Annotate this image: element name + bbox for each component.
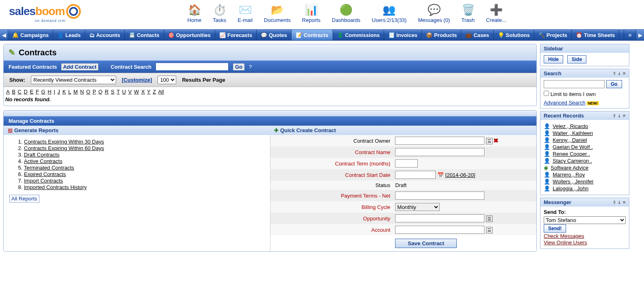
az-z[interactable]: Z: [153, 89, 156, 95]
az-n[interactable]: N: [80, 89, 84, 95]
close-icon[interactable]: ✕: [622, 71, 626, 76]
tab-cases[interactable]: 💼Cases: [461, 30, 493, 40]
owner-lookup-icon[interactable]: ☰: [486, 138, 493, 144]
topnav-tasks[interactable]: ⏱️Tasks: [213, 3, 226, 23]
report-link[interactable]: Contracts Expiring Within 30 Days: [24, 139, 104, 145]
side-button[interactable]: Side: [567, 55, 586, 63]
tab-products[interactable]: 📦Products: [422, 30, 461, 40]
save-contract-button[interactable]: Save Contract: [395, 239, 457, 248]
az-a[interactable]: A: [6, 89, 10, 95]
tab-invoices[interactable]: 🧾Invoices: [384, 30, 422, 40]
tabs-scroll-right[interactable]: ▶: [636, 30, 644, 40]
az-m[interactable]: M: [73, 89, 78, 95]
topnav-trash[interactable]: 🗑️Trash: [461, 3, 475, 23]
acct-lookup-icon[interactable]: ☰: [486, 227, 493, 233]
hide-button[interactable]: Hide: [544, 55, 563, 63]
tab-commissions[interactable]: 💲Commissions: [333, 30, 384, 40]
min-icon[interactable]: ⤓: [618, 113, 621, 118]
az-k[interactable]: K: [63, 89, 66, 95]
recent-record-link[interactable]: Laloggia , John: [553, 185, 588, 192]
owner-input[interactable]: [395, 137, 484, 145]
tab-leads[interactable]: 👤Leads: [53, 30, 85, 40]
tabs-scroll-left[interactable]: ◀: [0, 30, 8, 40]
recent-record-link[interactable]: Wolters , Jennifer: [553, 178, 594, 185]
billing-select[interactable]: Monthly: [395, 203, 440, 211]
tab-contacts[interactable]: 📇Contacts: [125, 30, 164, 40]
tab-solutions[interactable]: 💡Solutions: [494, 30, 534, 40]
tab-contracts[interactable]: 📝Contracts: [292, 30, 333, 40]
start-input[interactable]: [395, 171, 436, 179]
sendto-select[interactable]: Tom Stefano: [544, 216, 626, 224]
report-link[interactable]: Terminated Contracts: [24, 165, 74, 171]
az-q[interactable]: Q: [98, 89, 102, 95]
min-icon[interactable]: ⤓: [618, 71, 621, 76]
recent-record-link[interactable]: Software Advice: [551, 165, 588, 171]
contract-search-go-button[interactable]: Go: [233, 63, 245, 71]
az-all[interactable]: All: [158, 89, 164, 95]
az-l[interactable]: L: [68, 89, 71, 95]
pin-icon[interactable]: ⇧: [613, 71, 616, 76]
recent-record-link[interactable]: Renee Cooper .: [553, 151, 590, 157]
tab-time-sheets[interactable]: ⏰Time Sheets: [572, 30, 619, 40]
term-input[interactable]: [395, 159, 418, 168]
topnav-reports[interactable]: 📊Reports: [302, 3, 321, 23]
az-b[interactable]: B: [12, 89, 15, 95]
sidebar-search-input[interactable]: [544, 80, 605, 88]
close-icon[interactable]: ✕: [622, 113, 626, 118]
report-link[interactable]: Imported Contracts History: [24, 184, 87, 190]
recent-record-link[interactable]: Gaelan De Wolf .: [553, 144, 593, 150]
topnav-documents[interactable]: 📂Documents: [264, 3, 291, 23]
recent-record-link[interactable]: Stacy Cameron .: [553, 158, 592, 164]
az-d[interactable]: D: [24, 89, 28, 95]
az-x[interactable]: X: [141, 89, 145, 95]
az-o[interactable]: O: [86, 89, 90, 95]
topnav-messages-[interactable]: 💬Messages (0): [418, 3, 450, 23]
az-e[interactable]: E: [30, 89, 34, 95]
advanced-search-link[interactable]: Advanced Search: [544, 100, 586, 106]
help-icon[interactable]: ?: [249, 64, 252, 70]
pin-icon[interactable]: ⇧: [613, 113, 616, 118]
sidebar-go-button[interactable]: Go: [606, 80, 622, 88]
az-j[interactable]: J: [58, 89, 61, 95]
report-link[interactable]: Expired Contracts: [24, 171, 66, 177]
recent-record-link[interactable]: Marrero , Roy: [553, 172, 585, 178]
tab-projects[interactable]: 🔨Projects: [534, 30, 572, 40]
tab-forecasts[interactable]: 📈Forecasts: [215, 30, 257, 40]
min-icon[interactable]: ⤓: [618, 200, 621, 205]
name-input[interactable]: [395, 148, 484, 156]
customize-link[interactable]: [Customize]: [122, 77, 152, 83]
az-y[interactable]: Y: [147, 89, 151, 95]
az-r[interactable]: R: [105, 89, 108, 95]
topnav-create-[interactable]: ➕Create...: [486, 3, 506, 23]
close-icon[interactable]: ✕: [622, 200, 626, 205]
az-s[interactable]: S: [111, 89, 115, 95]
report-link[interactable]: Import Contracts: [24, 178, 63, 184]
tab-opportunities[interactable]: 🎯Opportunities: [164, 30, 215, 40]
acct-input[interactable]: [395, 226, 484, 234]
pay-input[interactable]: [395, 192, 484, 200]
add-contract-button[interactable]: Add Contract: [61, 63, 98, 71]
online-users-link[interactable]: View Online Users: [544, 239, 626, 246]
report-link[interactable]: Contracts Expiring Within 60 Days: [24, 145, 104, 151]
opp-input[interactable]: [395, 214, 484, 222]
az-h[interactable]: H: [48, 89, 51, 95]
topnav-dashboards[interactable]: 🟢Dashboards: [332, 3, 360, 23]
az-c[interactable]: C: [18, 89, 22, 95]
az-i[interactable]: I: [54, 89, 55, 95]
recent-record-link[interactable]: Velez , Ricardo: [553, 123, 588, 129]
az-g[interactable]: G: [41, 89, 45, 95]
perpage-select[interactable]: 100: [158, 76, 176, 84]
logo[interactable]: salesboom: [9, 3, 82, 20]
calendar-icon[interactable]: 📅: [437, 172, 444, 178]
az-v[interactable]: V: [128, 89, 132, 95]
limit-checkbox[interactable]: [544, 91, 549, 96]
contract-search-input[interactable]: [156, 63, 229, 71]
pin-icon[interactable]: ⇧: [613, 200, 616, 205]
recent-record-link[interactable]: Kenny , Daniel: [553, 137, 587, 143]
owner-clear-icon[interactable]: ✖: [493, 137, 499, 144]
opp-lookup-icon[interactable]: ☰: [486, 215, 493, 222]
show-select[interactable]: Recently Viewed Contracts: [31, 76, 116, 84]
topnav-home[interactable]: 🏠Home: [187, 3, 201, 23]
az-p[interactable]: P: [93, 89, 96, 95]
tab-quotes[interactable]: 💬Quotes: [257, 30, 292, 40]
